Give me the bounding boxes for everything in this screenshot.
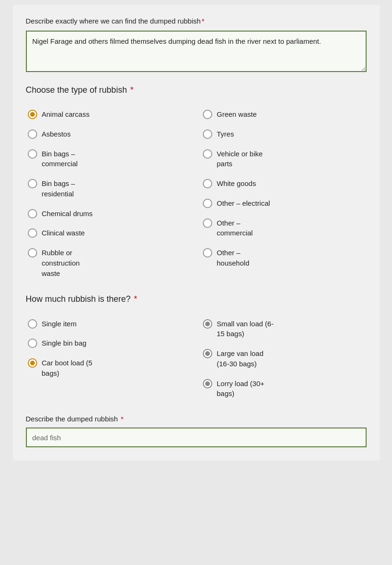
describe-required-star: * [119,415,123,423]
location-section: Describe exactly where we can find the d… [26,16,367,74]
radio-label-animal-carcass: Animal carcass [42,109,90,120]
rubbish-type-title: Choose the type of rubbish * [26,84,367,96]
rubbish-type-grid: Animal carcass Asbestos Bin bags –commer… [26,105,367,283]
radio-clinical-waste[interactable] [28,228,37,238]
quantity-title: How much rubbish is there? * [26,293,367,305]
radio-label-chemical-drums: Chemical drums [42,209,93,219]
radio-single-bin-bag[interactable] [28,339,37,348]
radio-item-vehicle-bike[interactable]: Vehicle or bikeparts [201,144,367,174]
radio-other-commercial[interactable] [203,218,212,228]
quantity-grid: Single item Single bin bag Car boot load… [26,314,367,404]
radio-item-large-van[interactable]: Large van load(16-30 bags) [201,344,367,374]
radio-item-green-waste[interactable]: Green waste [201,105,367,124]
radio-item-bin-bags-commercial[interactable]: Bin bags –commercial [26,144,192,174]
rubbish-type-required-star: * [128,85,134,95]
rubbish-col1: Animal carcass Asbestos Bin bags –commer… [26,105,192,283]
radio-tyres[interactable] [203,129,212,139]
radio-item-car-boot[interactable]: Car boot load (5bags) [26,353,192,383]
quantity-required-star: * [132,294,137,304]
quantity-label-text: How much rubbish is there? [26,294,131,304]
location-label-text: Describe exactly where we can find the d… [26,17,201,25]
radio-item-small-van[interactable]: Small van load (6-15 bags) [201,314,367,344]
radio-item-other-household[interactable]: Other –household [201,243,367,273]
radio-label-tyres: Tyres [217,129,234,139]
location-textarea[interactable] [26,31,367,72]
radio-animal-carcass[interactable] [28,110,37,119]
radio-asbestos[interactable] [28,129,37,139]
radio-label-other-commercial: Other –commercial [217,218,253,239]
radio-item-single-bin-bag[interactable]: Single bin bag [26,333,192,353]
radio-label-other-electrical: Other – electrical [217,198,270,209]
radio-label-bin-bags-residential: Bin bags –residential [42,178,75,199]
radio-item-white-goods[interactable]: White goods [201,174,367,194]
radio-item-bin-bags-residential[interactable]: Bin bags –residential [26,174,192,204]
radio-vehicle-bike[interactable] [203,149,212,159]
radio-item-single-item[interactable]: Single item [26,314,192,334]
rubbish-col2: Green waste Tyres Vehicle or bikeparts W… [201,105,367,283]
radio-other-household[interactable] [203,248,212,258]
radio-label-clinical-waste: Clinical waste [42,228,85,238]
radio-item-tyres[interactable]: Tyres [201,124,367,144]
radio-label-large-van: Large van load(16-30 bags) [217,348,264,369]
radio-rubble[interactable] [28,248,37,258]
radio-white-goods[interactable] [203,179,212,188]
describe-label-text: Describe the dumped rubbish [26,415,118,423]
radio-label-bin-bags-commercial: Bin bags –commercial [42,149,78,170]
radio-label-car-boot: Car boot load (5bags) [42,358,93,379]
quantity-col2: Small van load (6-15 bags) Large van loa… [201,314,367,404]
rubbish-type-label-text: Choose the type of rubbish [26,85,127,95]
radio-label-rubble: Rubble orconstructionwaste [42,248,80,278]
radio-lorry[interactable] [203,379,212,388]
radio-bin-bags-commercial[interactable] [28,149,37,159]
describe-label: Describe the dumped rubbish * [26,414,367,424]
form-container: Describe exactly where we can find the d… [13,5,380,460]
radio-item-rubble[interactable]: Rubble orconstructionwaste [26,243,192,283]
describe-section: Describe the dumped rubbish * [26,414,367,447]
radio-label-small-van: Small van load (6-15 bags) [217,319,274,339]
radio-item-chemical-drums[interactable]: Chemical drums [26,204,192,224]
radio-car-boot[interactable] [28,358,37,368]
describe-input[interactable] [26,428,367,447]
radio-item-other-commercial[interactable]: Other –commercial [201,213,367,243]
radio-chemical-drums[interactable] [28,209,37,218]
radio-item-lorry[interactable]: Lorry load (30+bags) [201,374,367,404]
radio-small-van[interactable] [203,319,212,329]
quantity-col1: Single item Single bin bag Car boot load… [26,314,192,404]
radio-label-lorry: Lorry load (30+bags) [217,379,264,399]
quantity-section: How much rubbish is there? * Single item… [26,293,367,404]
rubbish-type-section: Choose the type of rubbish * Animal carc… [26,84,367,283]
radio-label-asbestos: Asbestos [42,129,71,139]
radio-bin-bags-residential[interactable] [28,179,37,188]
radio-large-van[interactable] [203,349,212,358]
radio-single-item[interactable] [28,319,37,329]
radio-green-waste[interactable] [203,110,212,119]
radio-item-animal-carcass[interactable]: Animal carcass [26,105,192,124]
radio-label-single-bin-bag: Single bin bag [42,338,87,348]
location-required-star: * [201,17,204,25]
radio-label-white-goods: White goods [217,178,256,189]
radio-label-vehicle-bike: Vehicle or bikeparts [217,149,263,170]
radio-label-other-household: Other –household [217,248,249,268]
radio-item-other-electrical[interactable]: Other – electrical [201,194,367,213]
radio-other-electrical[interactable] [203,199,212,208]
radio-label-green-waste: Green waste [217,109,257,120]
radio-label-single-item: Single item [42,319,77,329]
radio-item-clinical-waste[interactable]: Clinical waste [26,223,192,243]
location-label: Describe exactly where we can find the d… [26,16,367,26]
radio-item-asbestos[interactable]: Asbestos [26,124,192,144]
